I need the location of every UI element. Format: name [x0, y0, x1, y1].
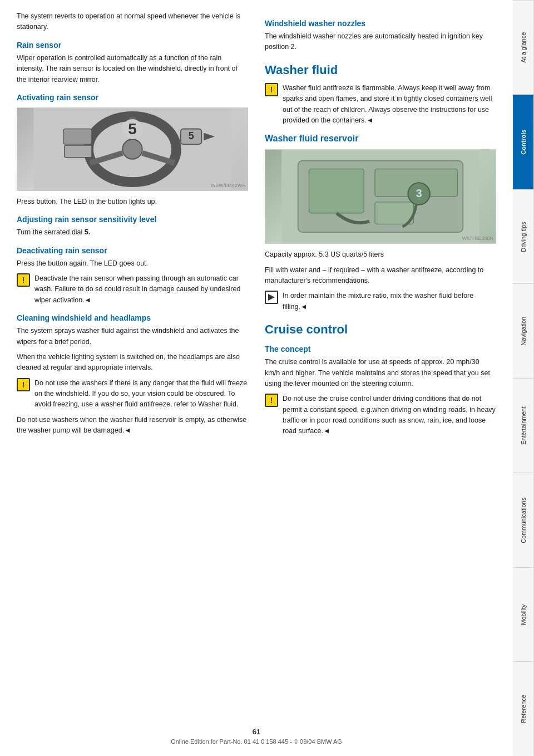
- reservoir-image-svg: 3: [265, 150, 496, 243]
- reservoir-heading: Washer fluid reservoir: [265, 134, 496, 144]
- footer-text: Online Edition for Part-No. 01 41 0 158 …: [0, 738, 513, 745]
- deactivating-heading: Deactivating rain sensor: [17, 246, 248, 255]
- warning-icon-cruise: !: [265, 394, 278, 407]
- tab-communications-label: Communications: [520, 497, 527, 543]
- concept-warning-text: Do not use the cruise control under driv…: [283, 394, 496, 437]
- cleaning-heading: Cleaning windshield and headlamps: [17, 313, 248, 322]
- cruise-control-heading: Cruise control: [265, 322, 496, 337]
- tab-reference-label: Reference: [520, 695, 527, 723]
- arrow-note-icon: [266, 292, 276, 302]
- intro-text: The system reverts to operation at norma…: [17, 11, 248, 33]
- tab-mobility[interactable]: Mobility: [513, 567, 534, 662]
- tab-driving-tips-label: Driving tips: [520, 222, 527, 252]
- adjusting-heading: Adjusting rain sensor sensitivity level: [17, 215, 248, 224]
- rain-sensor-section: Rain sensor Wiper operation is controlle…: [17, 41, 248, 85]
- tab-entertainment[interactable]: Entertainment: [513, 378, 534, 473]
- deactivating-warning-text: Deactivate the rain sensor when passing …: [34, 273, 248, 306]
- tab-navigation[interactable]: Navigation: [513, 283, 534, 378]
- cleaning-warning-text: Do not use the washers if there is any d…: [34, 378, 248, 410]
- concept-heading: The concept: [265, 345, 496, 354]
- svg-text:5: 5: [189, 130, 194, 141]
- reservoir-note: In order maintain the mixture ratio, mix…: [265, 291, 496, 312]
- svg-point-2: [122, 139, 142, 159]
- concept-section: The concept The cruise control is availa…: [265, 345, 496, 437]
- activating-section: Activating rain sensor 5: [17, 93, 248, 207]
- page-footer: 61 Online Edition for Part-No. 01 41 0 1…: [0, 728, 513, 745]
- left-column: The system reverts to operation at norma…: [17, 11, 248, 723]
- steering-image-svg: 5: [17, 108, 248, 190]
- tab-entertainment-label: Entertainment: [520, 406, 527, 444]
- tab-controls-label: Controls: [520, 130, 527, 155]
- svg-rect-13: [309, 169, 364, 213]
- sidebar-tabs: At a glance Controls Driving tips Naviga…: [513, 0, 534, 756]
- main-content: The system reverts to operation at norma…: [0, 0, 513, 756]
- intro-section: The system reverts to operation at norma…: [17, 11, 248, 33]
- deactivating-section: Deactivating rain sensor Press the butto…: [17, 246, 248, 306]
- adjusting-body-text: Turn the serrated dial: [17, 228, 82, 236]
- deactivating-warning: ! Deactivate the rain sensor when passin…: [17, 273, 248, 306]
- adjusting-body: Turn the serrated dial 5.: [17, 227, 248, 238]
- press-text: Press button. The LED in the button ligh…: [17, 197, 248, 207]
- cleaning-body1: The system sprays washer fluid against t…: [17, 326, 248, 347]
- svg-rect-9: [63, 129, 92, 144]
- concept-body: The cruise control is available for use …: [265, 357, 496, 389]
- svg-marker-18: [268, 294, 275, 301]
- warning-icon-deactivate: !: [17, 273, 30, 287]
- svg-rect-10: [65, 145, 92, 158]
- reservoir-note-text: In order maintain the mixture ratio, mix…: [283, 291, 496, 312]
- right-column: Windshield washer nozzles The windshield…: [265, 11, 496, 723]
- capacity-text: Capacity approx. 5.3 US quarts/5 liters: [265, 249, 496, 260]
- concept-warning: ! Do not use the cruise control under dr…: [265, 394, 496, 437]
- tab-driving-tips[interactable]: Driving tips: [513, 189, 534, 284]
- svg-text:3: 3: [416, 187, 422, 199]
- note-icon-reservoir: [265, 291, 278, 304]
- washer-fluid-section: Washer fluid ! Washer fluid antifreeze i…: [265, 63, 496, 126]
- cleaning-body3: Do not use washers when the washer fluid…: [17, 415, 248, 436]
- cleaning-section: Cleaning windshield and headlamps The sy…: [17, 313, 248, 436]
- cleaning-warning: ! Do not use the washers if there is any…: [17, 378, 248, 410]
- cruise-control-section: Cruise control The concept The cruise co…: [265, 322, 496, 437]
- adjusting-section: Adjusting rain sensor sensitivity level …: [17, 215, 248, 238]
- steering-wheel-image: 5 WBW/M442WA: [17, 107, 248, 191]
- tab-mobility-label: Mobility: [520, 604, 527, 625]
- page-container: The system reverts to operation at norma…: [0, 0, 534, 756]
- cleaning-body2: When the vehicle lighting system is swit…: [17, 352, 248, 374]
- reservoir-image: 3 WK/TRE350R: [265, 149, 496, 244]
- tab-at-a-glance-label: At a glance: [520, 32, 527, 63]
- washer-fluid-warning: ! Washer fluid antifreeze is flammable. …: [265, 83, 496, 126]
- svg-rect-15: [375, 202, 413, 224]
- tab-reference[interactable]: Reference: [513, 661, 534, 756]
- tab-communications[interactable]: Communications: [513, 473, 534, 567]
- rain-sensor-heading: Rain sensor: [17, 41, 248, 50]
- rain-sensor-body: Wiper operation is controlled automatica…: [17, 53, 248, 85]
- warning-icon-washer: !: [265, 83, 278, 96]
- nozzles-section: Windshield washer nozzles The windshield…: [265, 19, 496, 53]
- page-number: 61: [0, 728, 513, 736]
- reservoir-section: Washer fluid reservoir 3: [265, 134, 496, 312]
- image-caption-left: WBW/M442WA: [211, 183, 245, 188]
- tab-navigation-label: Navigation: [520, 317, 527, 346]
- adjusting-bold: 5.: [85, 228, 90, 236]
- tab-at-a-glance[interactable]: At a glance: [513, 0, 534, 95]
- washer-fluid-heading: Washer fluid: [265, 63, 496, 77]
- nozzles-body: The windshield washer nozzles are automa…: [265, 31, 496, 53]
- activating-heading: Activating rain sensor: [17, 93, 248, 102]
- tab-controls[interactable]: Controls: [513, 95, 534, 189]
- fill-text: Fill with water and – if required – with…: [265, 265, 496, 287]
- warning-icon-cleaning: !: [17, 378, 30, 391]
- image-caption-right: WK/TRE350R: [462, 235, 493, 241]
- washer-fluid-warning-text: Washer fluid antifreeze is flammable. Al…: [283, 83, 496, 126]
- deactivating-body: Press the button again. The LED goes out…: [17, 258, 248, 269]
- nozzles-heading: Windshield washer nozzles: [265, 19, 496, 28]
